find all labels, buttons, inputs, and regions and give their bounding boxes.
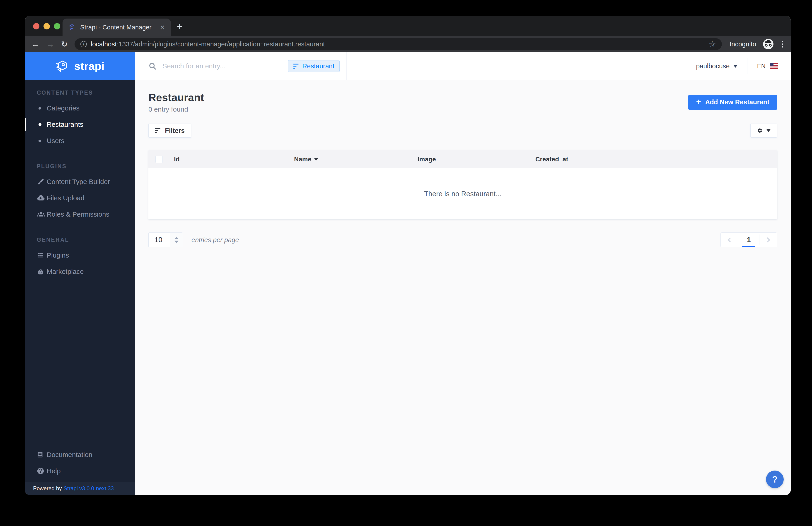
- strapi-logo[interactable]: strapi: [25, 52, 135, 80]
- active-page-indicator: [742, 246, 755, 247]
- content-area: Restaurant 0 entry found + Add New Resta…: [135, 80, 791, 495]
- maximize-window-button[interactable]: [54, 23, 60, 29]
- divider: [747, 58, 748, 74]
- select-all-checkbox[interactable]: [156, 156, 163, 163]
- spinner-arrows-icon[interactable]: [170, 233, 183, 247]
- current-page[interactable]: 1: [738, 233, 759, 247]
- sidebar-item-plugins[interactable]: Plugins: [25, 247, 135, 264]
- close-tab-icon[interactable]: ✕: [160, 24, 165, 31]
- brush-icon: [37, 178, 47, 185]
- sort-desc-icon: [314, 158, 318, 161]
- gear-icon: [757, 127, 763, 134]
- user-menu[interactable]: paulbocuse: [696, 62, 738, 70]
- address-bar[interactable]: i localhost:1337/admin/plugins/content-m…: [74, 38, 722, 50]
- column-header-image[interactable]: Image: [418, 156, 535, 163]
- entry-count: 0 entry found: [148, 105, 204, 113]
- search-input[interactable]: [162, 62, 282, 70]
- column-header-name[interactable]: Name: [294, 156, 418, 163]
- sidebar-bottom-links: Documentation Help: [25, 447, 135, 482]
- bullet-icon: [37, 123, 47, 126]
- section-label-general: GENERAL: [25, 237, 135, 243]
- section-label-plugins: PLUGINS: [25, 163, 135, 169]
- table-empty-row: There is no Restaurant...: [148, 168, 777, 219]
- per-page-value: 10: [149, 236, 170, 244]
- list-icon: [37, 252, 47, 259]
- strapi-version-link[interactable]: Strapi v3.0.0-next.33: [64, 485, 114, 492]
- browser-tabstrip: Strapi - Content Manager ✕ +: [25, 16, 791, 36]
- locale-selector[interactable]: EN: [757, 63, 778, 70]
- add-new-restaurant-button[interactable]: + Add New Restaurant: [688, 95, 777, 110]
- restaurant-filter-chip[interactable]: Restaurant: [288, 60, 339, 72]
- strapi-rocket-icon: [55, 59, 70, 74]
- sidebar-item-categories[interactable]: Categories: [25, 100, 135, 116]
- filter-icon: [155, 128, 160, 133]
- sidebar-item-users[interactable]: Users: [25, 133, 135, 149]
- powered-by-bar: Powered by Strapi v3.0.0-next.33: [25, 482, 135, 495]
- minimize-window-button[interactable]: [44, 23, 50, 29]
- browser-tab[interactable]: Strapi - Content Manager ✕: [62, 18, 171, 36]
- close-window-button[interactable]: [33, 23, 40, 29]
- previous-page-button[interactable]: [721, 233, 738, 247]
- url-text[interactable]: localhost:1337/admin/plugins/content-man…: [91, 41, 325, 48]
- pagination: 1: [721, 232, 777, 247]
- plus-icon: +: [696, 97, 701, 107]
- search-icon: [148, 62, 157, 70]
- entries-table: Id Name Image Created_at There is no Res…: [148, 150, 777, 219]
- back-icon[interactable]: ←: [31, 40, 40, 48]
- sidebar: strapi CONTENT TYPES Categories Restaura…: [25, 52, 135, 495]
- table-header-row: Id Name Image Created_at: [148, 150, 777, 168]
- sidebar-item-marketplace[interactable]: Marketplace: [25, 264, 135, 280]
- chevron-down-icon: [767, 129, 770, 132]
- table-settings-button[interactable]: [750, 124, 777, 138]
- filters-button[interactable]: Filters: [148, 124, 191, 138]
- help-circle-icon: [37, 467, 47, 475]
- reload-icon[interactable]: ↻: [61, 40, 68, 49]
- brand-name: strapi: [74, 60, 105, 72]
- page-title: Restaurant: [148, 91, 204, 104]
- help-fab-button[interactable]: ?: [766, 470, 784, 488]
- sidebar-item-documentation[interactable]: Documentation: [25, 447, 135, 463]
- filter-icon: [293, 64, 299, 69]
- new-tab-button[interactable]: +: [177, 21, 183, 32]
- entries-per-page-select[interactable]: 10: [148, 232, 183, 247]
- sidebar-item-restaurants[interactable]: Restaurants: [25, 116, 135, 133]
- sidebar-item-help[interactable]: Help: [25, 463, 135, 479]
- incognito-icon: [763, 39, 773, 49]
- chevron-right-icon: [765, 237, 770, 243]
- section-label-content-types: CONTENT TYPES: [25, 89, 135, 96]
- search-zone: Restaurant: [135, 52, 347, 80]
- browser-window: Strapi - Content Manager ✕ + ← → ↻ i loc…: [25, 16, 791, 495]
- us-flag-icon: [770, 63, 778, 69]
- tab-title: Strapi - Content Manager: [80, 24, 155, 31]
- empty-message: There is no Restaurant...: [424, 190, 502, 198]
- sidebar-item-files-upload[interactable]: Files Upload: [25, 190, 135, 206]
- book-icon: [37, 451, 47, 458]
- sidebar-nav: CONTENT TYPES Categories Restaurants Use…: [25, 80, 135, 447]
- per-page-label: entries per page: [191, 236, 239, 244]
- basket-icon: [37, 268, 47, 275]
- column-header-id[interactable]: Id: [174, 156, 294, 163]
- chevron-left-icon: [727, 237, 733, 243]
- traffic-lights: [33, 23, 60, 29]
- sidebar-item-content-type-builder[interactable]: Content Type Builder: [25, 174, 135, 190]
- bookmark-star-icon[interactable]: ☆: [709, 40, 716, 49]
- bullet-icon: [37, 140, 47, 142]
- powered-by-text: Powered by: [33, 485, 62, 492]
- users-icon: [37, 210, 47, 219]
- incognito-label: Incognito: [729, 41, 756, 48]
- browser-menu-icon[interactable]: [782, 41, 783, 47]
- sidebar-item-roles-permissions[interactable]: Roles & Permissions: [25, 206, 135, 223]
- chevron-down-icon: [733, 65, 738, 68]
- next-page-button[interactable]: [759, 233, 777, 247]
- page-info-icon[interactable]: i: [81, 41, 87, 47]
- column-header-created-at[interactable]: Created_at: [535, 156, 777, 163]
- strapi-favicon-icon: [69, 24, 76, 31]
- top-header: Restaurant paulbocuse EN: [135, 52, 791, 80]
- forward-icon: →: [46, 40, 54, 48]
- cloud-upload-icon: [37, 194, 47, 202]
- bullet-icon: [37, 107, 47, 109]
- browser-toolbar: ← → ↻ i localhost:1337/admin/plugins/con…: [25, 36, 791, 52]
- active-indicator: [25, 118, 26, 131]
